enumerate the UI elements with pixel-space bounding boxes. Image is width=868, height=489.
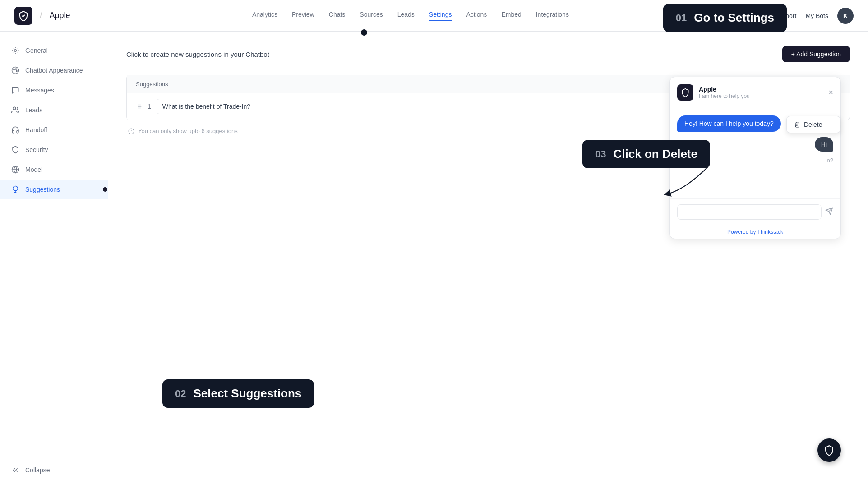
- main-nav: Analytics Preview Chats Sources Leads Se…: [252, 11, 569, 21]
- sidebar-item-appearance-label: Chatbot Appearance: [25, 67, 83, 74]
- chat-brand-info: Apple I am here to help you: [699, 86, 750, 99]
- chat-partial-text: In?: [825, 157, 833, 164]
- chat-close-button[interactable]: ×: [828, 88, 833, 97]
- sidebar: General Chatbot Appearance Messages: [0, 32, 108, 489]
- sidebar-item-suggestions[interactable]: Suggestions: [0, 180, 108, 199]
- add-suggestion-button[interactable]: + Add Suggestion: [782, 46, 850, 62]
- trash-icon: [794, 121, 800, 128]
- chat-brand-name: Apple: [699, 86, 750, 93]
- chat-logo-icon: [677, 84, 693, 101]
- content-title: Click to create new suggestions in your …: [126, 51, 269, 58]
- header-logo: / Apple: [14, 7, 70, 25]
- chat-brand-sub: I am here to help you: [699, 93, 750, 99]
- powered-text: Powered by: [727, 229, 757, 235]
- nav-analytics[interactable]: Analytics: [252, 11, 277, 21]
- chat-footer: [670, 198, 840, 225]
- sidebar-item-messages-label: Messages: [25, 87, 54, 94]
- float-chat-button[interactable]: [817, 438, 841, 462]
- shield-icon: [11, 145, 20, 154]
- separator: /: [40, 10, 42, 21]
- suggestions-dot: [103, 187, 107, 192]
- thinkstack-logo-icon: [18, 10, 29, 21]
- chat-user-message: Hi: [815, 137, 833, 152]
- collapse-label: Collapse: [25, 466, 50, 474]
- headset-icon: [11, 125, 20, 134]
- logo-icon: [14, 7, 32, 25]
- header: / Apple Analytics Preview Chats Sources …: [0, 0, 868, 32]
- bulb-icon: [11, 185, 20, 194]
- content-area: Click to create new suggestions in your …: [108, 32, 868, 489]
- nav-actions[interactable]: Actions: [466, 11, 487, 21]
- chat-send-button[interactable]: [825, 207, 833, 217]
- nav-integrations[interactable]: Integrations: [536, 11, 569, 21]
- svg-point-4: [16, 70, 17, 71]
- svg-point-2: [14, 69, 14, 70]
- chat-widget-header: Apple I am here to help you ×: [670, 77, 840, 108]
- content-header: Click to create new suggestions in your …: [126, 46, 850, 62]
- globe-icon: [11, 165, 20, 174]
- callout1-num: 01: [676, 12, 687, 24]
- svg-point-1: [12, 67, 19, 74]
- nav-sources[interactable]: Sources: [360, 11, 383, 21]
- nav-settings[interactable]: Settings: [429, 11, 452, 21]
- sidebar-item-handoff-label: Handoff: [25, 126, 47, 134]
- my-bots-link[interactable]: My Bots: [805, 12, 828, 19]
- sidebar-item-security[interactable]: Security: [0, 140, 108, 160]
- dropdown-menu: Delete: [786, 116, 840, 133]
- svg-point-0: [14, 50, 17, 52]
- callout-step3: 03 Click on Delete: [582, 140, 710, 168]
- users-icon: [11, 106, 20, 115]
- sidebar-item-general-label: General: [25, 47, 48, 54]
- nav-chats[interactable]: Chats: [329, 11, 346, 21]
- callout2-text: Select Suggestions: [193, 387, 301, 401]
- svg-point-3: [15, 69, 16, 69]
- row-number: 1: [148, 103, 151, 110]
- suggestion-input[interactable]: [157, 99, 750, 114]
- palette-icon: [11, 66, 20, 75]
- sidebar-item-model-label: Model: [25, 166, 42, 173]
- powered-brand: Thinkstack: [757, 229, 783, 235]
- sidebar-item-messages[interactable]: Messages: [0, 80, 108, 100]
- sidebar-item-model[interactable]: Model: [0, 160, 108, 180]
- nav-leads[interactable]: Leads: [397, 11, 415, 21]
- sidebar-item-collapse[interactable]: Collapse: [0, 460, 108, 480]
- callout-step1: 01 Go to Settings: [663, 4, 787, 32]
- sidebar-bottom: Collapse: [0, 460, 108, 480]
- delete-label: Delete: [804, 121, 822, 128]
- sidebar-item-leads[interactable]: Leads: [0, 100, 108, 120]
- collapse-icon: [11, 466, 20, 475]
- brand-name: Apple: [50, 11, 70, 20]
- gear-icon: [11, 46, 20, 55]
- callout3-text: Click on Delete: [614, 147, 697, 161]
- info-icon: [128, 128, 134, 134]
- nav-embed[interactable]: Embed: [501, 11, 521, 21]
- callout3-num: 03: [595, 148, 606, 160]
- sidebar-item-security-label: Security: [25, 146, 48, 153]
- callout2-num: 02: [175, 388, 186, 400]
- powered-by: Powered by Thinkstack: [670, 225, 840, 239]
- callout1-text: Go to Settings: [694, 11, 774, 25]
- drag-handle[interactable]: [136, 103, 142, 110]
- svg-point-5: [13, 107, 16, 110]
- sidebar-item-handoff[interactable]: Handoff: [0, 120, 108, 140]
- message-icon: [11, 86, 20, 95]
- chat-input-field[interactable]: [677, 204, 822, 220]
- callout-step2: 02 Select Suggestions: [162, 379, 314, 408]
- col-suggestions: Suggestions: [127, 75, 759, 93]
- delete-option[interactable]: Delete: [787, 116, 840, 133]
- chat-bot-message: Hey! How can I help you today?: [677, 115, 781, 132]
- nav-preview[interactable]: Preview: [292, 11, 314, 21]
- main-layout: General Chatbot Appearance Messages: [0, 32, 868, 489]
- sidebar-item-suggestions-label: Suggestions: [25, 186, 60, 193]
- settings-dot: [361, 29, 367, 36]
- sidebar-item-general[interactable]: General: [0, 41, 108, 60]
- sidebar-item-appearance[interactable]: Chatbot Appearance: [0, 60, 108, 80]
- user-avatar[interactable]: K: [837, 8, 854, 24]
- info-text: You can only show upto 6 suggestions: [138, 128, 238, 134]
- sidebar-item-leads-label: Leads: [25, 106, 42, 114]
